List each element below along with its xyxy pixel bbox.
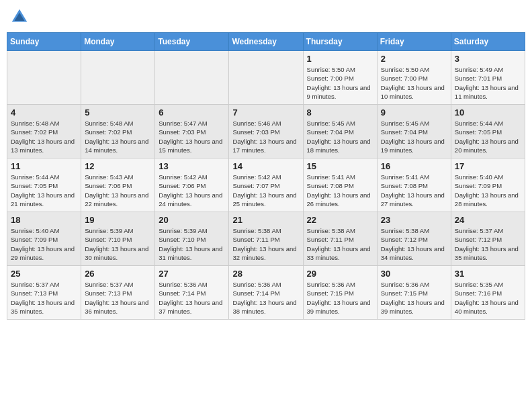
weekday-header-wednesday: Wednesday xyxy=(229,33,303,51)
day-info: Sunrise: 5:36 AMSunset: 7:14 PMDaylight:… xyxy=(232,280,299,316)
page-header xyxy=(7,7,525,27)
calendar-cell: 24Sunrise: 5:37 AMSunset: 7:12 PMDayligh… xyxy=(451,212,525,266)
day-info: Sunrise: 5:44 AMSunset: 7:05 PMDaylight:… xyxy=(455,119,521,154)
day-number: 12 xyxy=(85,161,151,171)
day-number: 18 xyxy=(11,215,77,225)
logo-icon xyxy=(9,7,30,27)
day-number: 27 xyxy=(159,269,225,279)
day-info: Sunrise: 5:40 AMSunset: 7:09 PMDaylight:… xyxy=(455,173,521,208)
day-info: Sunrise: 5:38 AMSunset: 7:12 PMDaylight:… xyxy=(381,226,447,262)
calendar-cell: 3Sunrise: 5:49 AMSunset: 7:01 PMDaylight… xyxy=(451,51,525,105)
weekday-header-sunday: Sunday xyxy=(7,33,81,51)
day-info: Sunrise: 5:37 AMSunset: 7:13 PMDaylight:… xyxy=(11,280,77,316)
day-info: Sunrise: 5:49 AMSunset: 7:01 PMDaylight:… xyxy=(455,65,521,101)
calendar-cell: 23Sunrise: 5:38 AMSunset: 7:12 PMDayligh… xyxy=(377,212,451,266)
calendar-cell: 7Sunrise: 5:46 AMSunset: 7:03 PMDaylight… xyxy=(229,105,303,158)
day-info: Sunrise: 5:46 AMSunset: 7:03 PMDaylight:… xyxy=(232,119,299,154)
calendar-cell: 6Sunrise: 5:47 AMSunset: 7:03 PMDaylight… xyxy=(155,105,229,158)
day-number: 6 xyxy=(159,107,225,118)
calendar-cell: 2Sunrise: 5:50 AMSunset: 7:00 PMDaylight… xyxy=(377,51,451,105)
day-info: Sunrise: 5:47 AMSunset: 7:03 PMDaylight:… xyxy=(159,119,225,154)
day-info: Sunrise: 5:45 AMSunset: 7:04 PMDaylight:… xyxy=(307,119,373,154)
day-number: 14 xyxy=(232,161,299,171)
calendar-cell: 17Sunrise: 5:40 AMSunset: 7:09 PMDayligh… xyxy=(451,158,525,212)
calendar-week-row: 1Sunrise: 5:50 AMSunset: 7:00 PMDaylight… xyxy=(7,51,525,105)
calendar-cell: 8Sunrise: 5:45 AMSunset: 7:04 PMDaylight… xyxy=(303,105,377,158)
calendar-cell: 1Sunrise: 5:50 AMSunset: 7:00 PMDaylight… xyxy=(303,51,377,105)
day-number: 22 xyxy=(307,215,373,225)
day-info: Sunrise: 5:44 AMSunset: 7:05 PMDaylight:… xyxy=(11,173,77,208)
logo xyxy=(9,7,32,27)
calendar-cell xyxy=(7,51,81,105)
calendar-cell: 12Sunrise: 5:43 AMSunset: 7:06 PMDayligh… xyxy=(81,158,155,212)
day-info: Sunrise: 5:50 AMSunset: 7:00 PMDaylight:… xyxy=(381,65,447,101)
day-info: Sunrise: 5:42 AMSunset: 7:06 PMDaylight:… xyxy=(159,173,225,208)
calendar-cell: 11Sunrise: 5:44 AMSunset: 7:05 PMDayligh… xyxy=(7,158,81,212)
day-info: Sunrise: 5:42 AMSunset: 7:07 PMDaylight:… xyxy=(232,173,299,208)
day-number: 25 xyxy=(11,269,77,279)
day-info: Sunrise: 5:36 AMSunset: 7:15 PMDaylight:… xyxy=(381,280,447,316)
day-number: 9 xyxy=(381,107,447,118)
weekday-header-monday: Monday xyxy=(81,33,155,51)
day-number: 10 xyxy=(455,107,521,118)
calendar-cell: 5Sunrise: 5:48 AMSunset: 7:02 PMDaylight… xyxy=(81,105,155,158)
day-info: Sunrise: 5:35 AMSunset: 7:16 PMDaylight:… xyxy=(455,280,521,316)
day-number: 4 xyxy=(11,107,77,118)
calendar-cell: 28Sunrise: 5:36 AMSunset: 7:14 PMDayligh… xyxy=(229,266,303,320)
day-info: Sunrise: 5:36 AMSunset: 7:14 PMDaylight:… xyxy=(159,280,225,316)
calendar-week-row: 18Sunrise: 5:40 AMSunset: 7:09 PMDayligh… xyxy=(7,212,525,266)
day-info: Sunrise: 5:37 AMSunset: 7:12 PMDaylight:… xyxy=(455,226,521,262)
day-number: 30 xyxy=(381,269,447,279)
day-info: Sunrise: 5:50 AMSunset: 7:00 PMDaylight:… xyxy=(307,65,373,101)
weekday-header-tuesday: Tuesday xyxy=(155,33,229,51)
day-info: Sunrise: 5:38 AMSunset: 7:11 PMDaylight:… xyxy=(232,226,299,262)
day-number: 11 xyxy=(11,161,77,171)
day-info: Sunrise: 5:41 AMSunset: 7:08 PMDaylight:… xyxy=(307,173,373,208)
day-info: Sunrise: 5:40 AMSunset: 7:09 PMDaylight:… xyxy=(11,226,77,262)
calendar-cell xyxy=(229,51,303,105)
calendar-week-row: 11Sunrise: 5:44 AMSunset: 7:05 PMDayligh… xyxy=(7,158,525,212)
calendar-cell xyxy=(155,51,229,105)
calendar-cell xyxy=(81,51,155,105)
calendar-cell: 22Sunrise: 5:38 AMSunset: 7:11 PMDayligh… xyxy=(303,212,377,266)
day-number: 1 xyxy=(307,54,373,64)
day-number: 26 xyxy=(85,269,151,279)
calendar-cell: 27Sunrise: 5:36 AMSunset: 7:14 PMDayligh… xyxy=(155,266,229,320)
day-info: Sunrise: 5:36 AMSunset: 7:15 PMDaylight:… xyxy=(307,280,373,316)
day-number: 28 xyxy=(232,269,299,279)
day-info: Sunrise: 5:45 AMSunset: 7:04 PMDaylight:… xyxy=(381,119,447,154)
day-number: 5 xyxy=(85,107,151,118)
day-info: Sunrise: 5:48 AMSunset: 7:02 PMDaylight:… xyxy=(85,119,151,154)
calendar-week-row: 25Sunrise: 5:37 AMSunset: 7:13 PMDayligh… xyxy=(7,266,525,320)
calendar-cell: 21Sunrise: 5:38 AMSunset: 7:11 PMDayligh… xyxy=(229,212,303,266)
day-number: 7 xyxy=(232,107,299,118)
calendar-cell: 29Sunrise: 5:36 AMSunset: 7:15 PMDayligh… xyxy=(303,266,377,320)
calendar-cell: 13Sunrise: 5:42 AMSunset: 7:06 PMDayligh… xyxy=(155,158,229,212)
calendar-cell: 25Sunrise: 5:37 AMSunset: 7:13 PMDayligh… xyxy=(7,266,81,320)
day-number: 2 xyxy=(381,54,447,64)
calendar-cell: 4Sunrise: 5:48 AMSunset: 7:02 PMDaylight… xyxy=(7,105,81,158)
calendar-cell: 16Sunrise: 5:41 AMSunset: 7:08 PMDayligh… xyxy=(377,158,451,212)
calendar-cell: 14Sunrise: 5:42 AMSunset: 7:07 PMDayligh… xyxy=(229,158,303,212)
weekday-header-saturday: Saturday xyxy=(451,33,525,51)
calendar-cell: 9Sunrise: 5:45 AMSunset: 7:04 PMDaylight… xyxy=(377,105,451,158)
day-number: 19 xyxy=(85,215,151,225)
calendar-cell: 15Sunrise: 5:41 AMSunset: 7:08 PMDayligh… xyxy=(303,158,377,212)
day-number: 13 xyxy=(159,161,225,171)
day-info: Sunrise: 5:43 AMSunset: 7:06 PMDaylight:… xyxy=(85,173,151,208)
day-number: 29 xyxy=(307,269,373,279)
day-info: Sunrise: 5:39 AMSunset: 7:10 PMDaylight:… xyxy=(159,226,225,262)
day-number: 23 xyxy=(381,215,447,225)
day-info: Sunrise: 5:37 AMSunset: 7:13 PMDaylight:… xyxy=(85,280,151,316)
day-number: 3 xyxy=(455,54,521,64)
day-number: 8 xyxy=(307,107,373,118)
calendar-week-row: 4Sunrise: 5:48 AMSunset: 7:02 PMDaylight… xyxy=(7,105,525,158)
calendar-cell: 19Sunrise: 5:39 AMSunset: 7:10 PMDayligh… xyxy=(81,212,155,266)
weekday-header-row: SundayMondayTuesdayWednesdayThursdayFrid… xyxy=(7,33,525,51)
calendar-cell: 26Sunrise: 5:37 AMSunset: 7:13 PMDayligh… xyxy=(81,266,155,320)
weekday-header-thursday: Thursday xyxy=(303,33,377,51)
weekday-header-friday: Friday xyxy=(377,33,451,51)
day-info: Sunrise: 5:48 AMSunset: 7:02 PMDaylight:… xyxy=(11,119,77,154)
calendar-table: SundayMondayTuesdayWednesdayThursdayFrid… xyxy=(7,32,525,320)
day-number: 21 xyxy=(232,215,299,225)
